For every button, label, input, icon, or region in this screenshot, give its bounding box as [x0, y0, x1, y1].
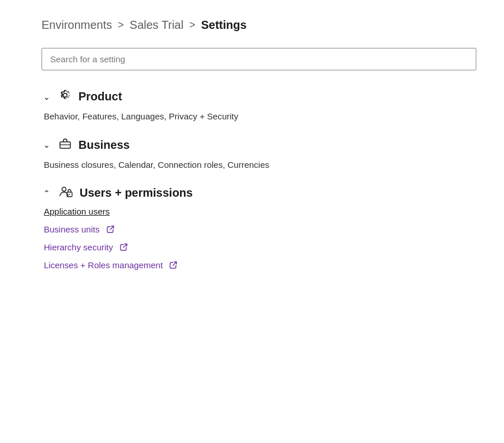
breadcrumb-sales-trial[interactable]: Sales Trial [130, 18, 183, 32]
svg-point-4 [69, 194, 70, 195]
chevron-up-icon: ⌃ [42, 189, 52, 198]
gear-icon [59, 89, 72, 104]
hierarchy-security-label: Hierarchy security [44, 242, 113, 252]
section-product: ⌄ Product Behavior, Features, Languages,… [42, 89, 476, 123]
briefcase-icon [59, 137, 72, 153]
section-product-subtitle: Behavior, Features, Languages, Privacy +… [42, 110, 476, 123]
chevron-down-icon: ⌄ [42, 140, 52, 149]
licenses-roles-link[interactable]: Licenses + Roles management [44, 260, 476, 270]
page-container: Environments > Sales Trial > Settings ⌄ … [0, 0, 504, 302]
breadcrumb-settings: Settings [201, 18, 247, 32]
section-users-title: Users + permissions [80, 186, 193, 200]
section-business-title: Business [78, 138, 130, 152]
external-link-icon-3 [170, 261, 179, 270]
section-business-subtitle: Business closures, Calendar, Connection … [42, 159, 476, 172]
business-units-link[interactable]: Business units [44, 224, 476, 234]
section-users-header[interactable]: ⌃ Users + permissions [42, 185, 476, 201]
section-users-permissions: ⌃ Users + permissions Application users [42, 185, 476, 270]
external-link-icon [107, 225, 116, 234]
business-units-label: Business units [44, 224, 100, 234]
svg-point-2 [62, 187, 66, 192]
section-product-title: Product [78, 90, 122, 103]
breadcrumb-sep-2: > [189, 19, 195, 31]
application-users-link[interactable]: Application users [44, 207, 476, 216]
section-business-header[interactable]: ⌄ Business [42, 137, 476, 153]
breadcrumb-environments[interactable]: Environments [42, 18, 112, 32]
breadcrumb: Environments > Sales Trial > Settings [42, 18, 476, 32]
hierarchy-security-link[interactable]: Hierarchy security [44, 242, 476, 252]
external-link-icon-2 [120, 243, 129, 252]
licenses-roles-label: Licenses + Roles management [44, 260, 163, 270]
breadcrumb-sep-1: > [118, 19, 124, 31]
chevron-down-icon: ⌄ [42, 92, 52, 102]
section-product-header[interactable]: ⌄ Product [42, 89, 476, 104]
users-section-items: Application users Business units Hierarc… [42, 207, 476, 270]
section-business: ⌄ Business Business closures, Calendar, … [42, 137, 476, 172]
search-input[interactable] [50, 54, 468, 64]
search-container[interactable] [42, 48, 476, 70]
application-users-label: Application users [44, 207, 110, 216]
users-permissions-icon [59, 185, 73, 201]
